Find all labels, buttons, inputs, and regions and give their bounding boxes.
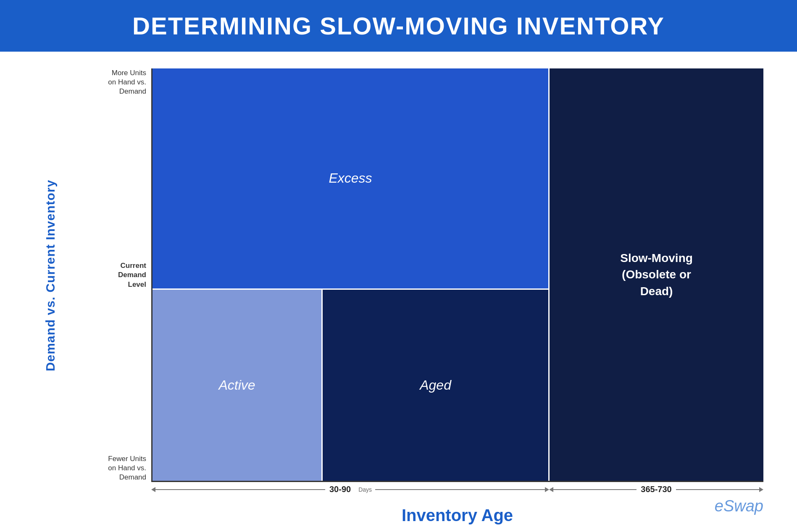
x-axis-wrapper: 30-90 Days 365-730 bbox=[34, 482, 763, 525]
header-title: DETERMINING SLOW-MOVING INVENTORY bbox=[132, 12, 665, 40]
slow-label: Slow-Moving(Obsolete orDead) bbox=[620, 250, 693, 299]
x-tick-segment-right: 365-730 bbox=[549, 485, 763, 494]
x-axis-spacer bbox=[34, 482, 151, 525]
y-tick-middle: CurrentDemandLevel bbox=[118, 261, 146, 289]
active-label: Active bbox=[218, 377, 255, 393]
cell-bottom-row: Active Aged bbox=[153, 290, 548, 481]
cell-excess: Excess bbox=[153, 68, 548, 290]
arrow-head-right-365 bbox=[759, 487, 763, 492]
y-axis-ticks: More Unitson Hand vs.Demand CurrentDeman… bbox=[67, 68, 151, 482]
arrow-line-365 bbox=[553, 489, 637, 490]
y-tick-top: More Unitson Hand vs.Demand bbox=[108, 68, 146, 96]
x-main-label: Inventory Age bbox=[151, 506, 763, 525]
cell-active: Active bbox=[153, 290, 323, 481]
x-axis-content: 30-90 Days 365-730 bbox=[151, 482, 763, 525]
y-tick-bottom: Fewer Unitson Hand vs.Demand bbox=[108, 454, 146, 482]
chart-grid: Excess Active Aged bbox=[151, 68, 763, 482]
x-tick-segment-left: 30-90 Days bbox=[151, 485, 549, 494]
x-ticks-row: 30-90 Days 365-730 bbox=[151, 485, 763, 494]
arrow-head-left-365 bbox=[549, 487, 553, 492]
eswap-logo-text: eSwap bbox=[715, 497, 763, 515]
segment1-label: 30-90 bbox=[329, 485, 351, 494]
arrow-head-right-30 bbox=[545, 487, 549, 492]
col-30-90: Excess Active Aged bbox=[153, 68, 550, 481]
col-365-730: Slow-Moving(Obsolete orDead) bbox=[550, 68, 763, 481]
chart-with-yaxis: More Unitson Hand vs.Demand CurrentDeman… bbox=[67, 68, 763, 482]
aged-label: Aged bbox=[420, 377, 451, 393]
main-content: Demand vs. Current Inventory More Unitso… bbox=[0, 52, 797, 532]
arrow-line-right-30 bbox=[375, 489, 545, 490]
arrow-line-left bbox=[155, 489, 325, 490]
y-axis-label: Demand vs. Current Inventory bbox=[43, 179, 58, 371]
arrow-line-365-r bbox=[676, 489, 759, 490]
y-axis-label-container: Demand vs. Current Inventory bbox=[34, 68, 67, 482]
arrow-30-90: 30-90 Days bbox=[151, 485, 549, 494]
chart-area: Demand vs. Current Inventory More Unitso… bbox=[34, 68, 763, 482]
excess-label: Excess bbox=[329, 170, 372, 186]
header-banner: DETERMINING SLOW-MOVING INVENTORY bbox=[0, 0, 797, 52]
cell-slow: Slow-Moving(Obsolete orDead) bbox=[550, 68, 763, 481]
eswap-logo: eSwap bbox=[715, 497, 763, 515]
days-label: Days bbox=[358, 486, 372, 493]
chart-main: Excess Active Aged bbox=[151, 68, 763, 482]
arrow-365-730: 365-730 bbox=[549, 485, 763, 494]
segment2-label: 365-730 bbox=[641, 485, 671, 494]
arrow-head-left-30 bbox=[151, 487, 155, 492]
cell-aged: Aged bbox=[323, 290, 548, 481]
